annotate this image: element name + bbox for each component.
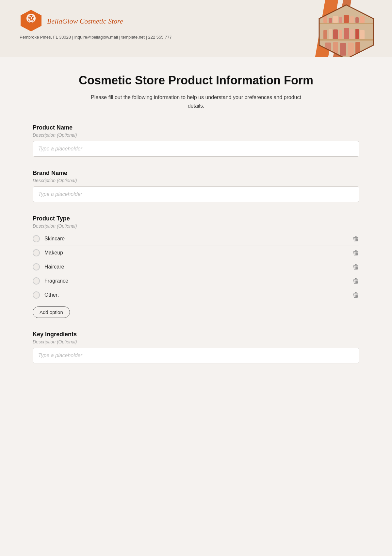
svg-rect-18: [360, 16, 365, 23]
header-image-area: [281, 0, 392, 57]
header-left: ✿ BellaGlow Cosmetic Store Pembroke Pine…: [20, 9, 172, 40]
product-type-label: Product Type: [33, 215, 359, 222]
radio-option-row-fragrance: Fragrance: [33, 274, 359, 288]
product-name-description: Description (Optional): [33, 132, 359, 138]
form-subtitle: Please fill out the following informatio…: [85, 93, 307, 110]
radio-label-makeup: Makeup: [44, 250, 63, 256]
svg-rect-23: [344, 28, 349, 39]
svg-rect-14: [339, 17, 342, 23]
key-ingredients-label: Key Ingredients: [33, 331, 359, 338]
svg-rect-20: [329, 29, 332, 39]
radio-option-row-other: Other:: [33, 288, 359, 302]
svg-rect-19: [323, 30, 327, 39]
brand-name-section: Brand Name Description (Optional): [33, 170, 359, 202]
svg-rect-22: [339, 30, 342, 39]
add-option-button[interactable]: Add option: [33, 306, 70, 318]
header-address: Pembroke Pines, FL 33028 | inquire@bella…: [20, 35, 172, 40]
form-title: Cosmetic Store Product Information Form: [33, 74, 359, 87]
svg-rect-34: [355, 236, 357, 237]
radio-skincare[interactable]: [33, 235, 40, 242]
svg-rect-17: [355, 17, 359, 23]
product-type-options: Skincare: [33, 232, 359, 302]
svg-rect-15: [344, 15, 349, 23]
svg-rect-48: [353, 280, 358, 280]
svg-rect-21: [333, 29, 338, 39]
product-name-label: Product Name: [33, 124, 359, 131]
radio-label-other: Other:: [44, 292, 59, 298]
delete-other-button[interactable]: [352, 291, 359, 299]
header: ✿ BellaGlow Cosmetic Store Pembroke Pine…: [0, 0, 392, 57]
svg-rect-10: [319, 39, 373, 41]
svg-point-4: [29, 17, 30, 19]
svg-rect-53: [353, 294, 358, 294]
svg-rect-9: [319, 23, 373, 24]
brand-name-input[interactable]: [33, 186, 359, 202]
key-ingredients-section: Key Ingredients Description (Optional): [33, 331, 359, 363]
svg-rect-33: [353, 237, 358, 238]
brand-name: BellaGlow Cosmetic Store: [47, 17, 123, 26]
radio-left-other: Other:: [33, 291, 59, 299]
radio-fragrance[interactable]: [33, 277, 40, 285]
logo-icon: ✿: [20, 9, 42, 32]
svg-point-5: [32, 17, 33, 19]
radio-option-row-makeup: Makeup: [33, 246, 359, 260]
svg-rect-39: [355, 250, 357, 251]
key-ingredients-description: Description (Optional): [33, 339, 359, 344]
radio-left-makeup: Makeup: [33, 249, 63, 256]
brand-name-description: Description (Optional): [33, 178, 359, 183]
radio-label-haircare: Haircare: [44, 264, 64, 270]
svg-rect-25: [355, 29, 359, 39]
radio-haircare[interactable]: [33, 263, 40, 270]
svg-rect-44: [355, 264, 357, 265]
radio-left-skincare: Skincare: [33, 235, 65, 242]
radio-label-fragrance: Fragrance: [44, 278, 68, 284]
svg-rect-54: [355, 292, 357, 293]
product-type-section: Product Type Description (Optional) Skin…: [33, 215, 359, 318]
hex-store-image: [317, 3, 376, 57]
svg-rect-30: [348, 43, 354, 56]
brand-info: BellaGlow Cosmetic Store: [47, 16, 123, 26]
radio-left-fragrance: Fragrance: [33, 277, 68, 285]
svg-rect-24: [350, 29, 354, 39]
radio-other[interactable]: [33, 291, 40, 299]
svg-rect-11: [323, 16, 327, 23]
product-type-description: Description (Optional): [33, 223, 359, 229]
svg-rect-38: [353, 252, 358, 252]
delete-makeup-button[interactable]: [352, 249, 359, 256]
radio-label-skincare: Skincare: [44, 236, 65, 242]
main-content: Cosmetic Store Product Information Form …: [0, 57, 392, 396]
product-name-input[interactable]: [33, 141, 359, 157]
add-option-label: Add option: [40, 309, 63, 315]
radio-option-row-skincare: Skincare: [33, 232, 359, 246]
brand-name-label: Brand Name: [33, 170, 359, 177]
logo-row: ✿ BellaGlow Cosmetic Store: [20, 9, 172, 32]
hex-image-container: [317, 3, 382, 57]
svg-rect-16: [350, 16, 354, 23]
radio-makeup[interactable]: [33, 249, 40, 256]
svg-rect-29: [340, 43, 346, 56]
delete-skincare-button[interactable]: [352, 235, 359, 242]
svg-rect-13: [333, 16, 338, 23]
svg-rect-26: [360, 30, 365, 39]
svg-rect-43: [353, 266, 358, 266]
page: ✿ BellaGlow Cosmetic Store Pembroke Pine…: [0, 0, 392, 556]
product-name-section: Product Name Description (Optional): [33, 124, 359, 157]
radio-left-haircare: Haircare: [33, 263, 64, 270]
svg-rect-12: [329, 18, 332, 23]
key-ingredients-input[interactable]: [33, 348, 359, 363]
svg-rect-49: [355, 278, 357, 279]
delete-fragrance-button[interactable]: [352, 277, 359, 285]
radio-option-row-haircare: Haircare: [33, 260, 359, 274]
delete-haircare-button[interactable]: [352, 263, 359, 270]
